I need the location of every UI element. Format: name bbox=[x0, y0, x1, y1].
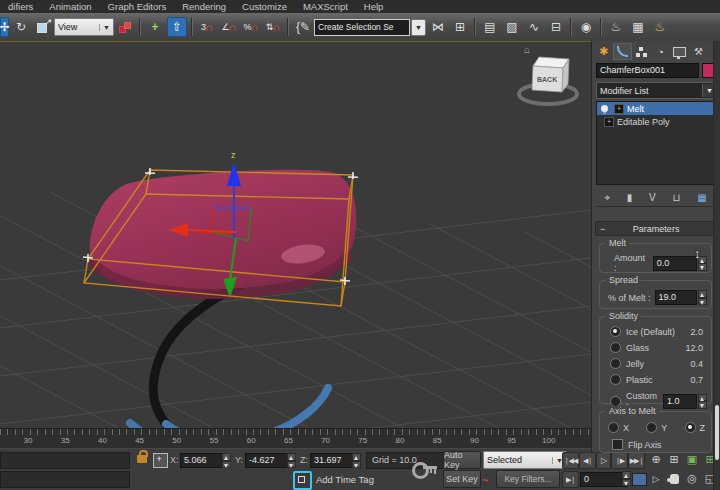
configure-modifier-sets-icon[interactable]: ▦ bbox=[697, 192, 706, 203]
radio-x[interactable] bbox=[608, 422, 619, 433]
menu-graph-editors[interactable]: Graph Editors bbox=[100, 1, 175, 12]
lightbulb-icon[interactable] bbox=[601, 105, 608, 112]
named-selection-set-field[interactable]: Create Selection Se bbox=[314, 19, 410, 36]
custom-field[interactable]: 1.0 bbox=[663, 394, 697, 409]
named-selection-dropdown-icon[interactable]: ▼ bbox=[411, 19, 426, 36]
keyboard-override-toggle-icon[interactable]: ⇧ bbox=[167, 17, 187, 37]
remove-modifier-icon[interactable]: ⊔ bbox=[673, 192, 681, 203]
stack-item-editable-poly[interactable]: + Editable Poly bbox=[597, 115, 714, 128]
chamferbox-object[interactable] bbox=[90, 170, 357, 291]
schematic-view-icon[interactable]: ⊟ bbox=[546, 17, 566, 37]
radio-ice[interactable] bbox=[610, 326, 621, 337]
play-button[interactable]: ▷ bbox=[596, 452, 611, 469]
go-to-start-button[interactable]: ❘◀◀ bbox=[562, 452, 579, 469]
radio-custom[interactable] bbox=[610, 396, 621, 407]
expand-icon[interactable]: + bbox=[604, 117, 614, 127]
zoom-extents-icon[interactable]: ▣ bbox=[684, 452, 700, 467]
tab-modify[interactable] bbox=[613, 43, 632, 60]
radio-plastic[interactable] bbox=[610, 374, 621, 385]
x-coord-field[interactable]: 5.066 bbox=[180, 453, 228, 468]
tab-hierarchy[interactable] bbox=[632, 43, 651, 60]
absolute-mode-icon[interactable] bbox=[153, 453, 168, 468]
select-and-manipulate-icon[interactable]: + bbox=[145, 17, 165, 37]
add-time-tag-button[interactable]: Add Time Tag bbox=[316, 474, 374, 485]
menu-customize[interactable]: Customize bbox=[234, 1, 295, 12]
next-frame-button[interactable]: ❘▶ bbox=[611, 452, 628, 469]
axis-z-option[interactable]: Z bbox=[685, 422, 706, 433]
parameters-rollout-header[interactable]: − Parameters bbox=[595, 221, 716, 236]
select-move-icon[interactable]: ✢ bbox=[0, 17, 9, 37]
use-pivot-center-icon[interactable] bbox=[115, 17, 135, 37]
radio-jelly[interactable] bbox=[610, 358, 621, 369]
spline-leg-blue[interactable] bbox=[166, 388, 328, 429]
amount-field[interactable]: 0.0 bbox=[653, 256, 698, 271]
edit-named-selection-sets-icon[interactable]: {✎ bbox=[293, 17, 313, 37]
field-of-view-icon[interactable]: ▷ bbox=[648, 471, 664, 486]
isolate-selection-icon[interactable] bbox=[293, 471, 312, 490]
align-tool-icon[interactable]: ⊞ bbox=[450, 17, 470, 37]
z-spinner[interactable] bbox=[352, 453, 361, 468]
set-keys-icon[interactable] bbox=[412, 459, 438, 477]
axis-x-option[interactable]: X bbox=[608, 422, 629, 433]
menu-modifiers[interactable]: difiers bbox=[0, 1, 41, 12]
render-setup-icon[interactable]: ♨ bbox=[606, 17, 626, 37]
material-editor-icon[interactable]: ◉ bbox=[576, 17, 596, 37]
scale-tool-icon[interactable]: ↗ bbox=[33, 17, 53, 37]
maxscript-listener-line1[interactable] bbox=[0, 452, 130, 469]
auto-key-button[interactable]: Auto Key bbox=[443, 451, 481, 469]
perspective-viewport[interactable]: z BACK ⌂ bbox=[0, 41, 591, 429]
render-production-icon[interactable]: ♨ bbox=[650, 17, 670, 37]
radio-z[interactable] bbox=[685, 422, 696, 433]
reference-coordinate-dropdown[interactable]: View ▼ bbox=[54, 18, 114, 36]
radio-glass[interactable] bbox=[610, 342, 621, 353]
angle-snap-icon[interactable]: ∠∩ bbox=[219, 17, 239, 37]
curve-editor-icon[interactable]: ∿ bbox=[524, 17, 544, 37]
default-in-tangent-icon[interactable]: ~ bbox=[482, 474, 488, 486]
current-frame-field[interactable]: 0 bbox=[580, 472, 628, 487]
custom-spinner[interactable] bbox=[698, 394, 707, 409]
object-name-field[interactable]: ChamferBox001 bbox=[596, 63, 699, 78]
menu-rendering[interactable]: Rendering bbox=[174, 1, 234, 12]
make-unique-icon[interactable]: V bbox=[649, 192, 656, 203]
z-coord-field[interactable]: 31.697 bbox=[310, 453, 358, 468]
rendered-frame-window-icon[interactable]: ▦ bbox=[628, 17, 648, 37]
pin-stack-icon[interactable]: ⌖ bbox=[604, 192, 610, 204]
tab-display[interactable] bbox=[670, 43, 689, 60]
percent-spinner[interactable] bbox=[698, 290, 707, 305]
spinner-snap-icon[interactable]: ⇅∩ bbox=[263, 17, 283, 37]
menu-help[interactable]: Help bbox=[356, 1, 392, 12]
key-mode-toggle[interactable]: ▶❘ bbox=[562, 471, 579, 488]
time-configuration-icon[interactable] bbox=[632, 473, 647, 486]
modifier-list-dropdown[interactable]: Modifier List ▼ bbox=[596, 82, 717, 99]
menu-animation[interactable]: Animation bbox=[41, 1, 99, 12]
rotate-tool-icon[interactable]: ↻ bbox=[11, 17, 31, 37]
menu-maxscript[interactable]: MAXScript bbox=[295, 1, 356, 12]
scene-explorer-icon[interactable]: ▨ bbox=[502, 17, 522, 37]
tab-utilities[interactable]: ⚒ bbox=[689, 43, 708, 60]
stack-item-melt[interactable]: + Melt bbox=[597, 102, 714, 115]
x-spinner[interactable] bbox=[222, 453, 231, 468]
show-end-result-icon[interactable]: ▮ bbox=[627, 192, 633, 203]
panel-scrollbar[interactable] bbox=[713, 41, 720, 490]
maxscript-listener-line2[interactable] bbox=[0, 471, 130, 488]
previous-frame-button[interactable]: ◀❘ bbox=[579, 452, 596, 469]
percent-of-melt-field[interactable]: 19.0 bbox=[655, 290, 697, 305]
timeline-ruler[interactable]: 3035404550556065707580859095100 bbox=[0, 428, 591, 449]
radio-y[interactable] bbox=[646, 422, 657, 433]
panel-scrollbar-thumb[interactable] bbox=[715, 405, 719, 460]
frame-spinner[interactable] bbox=[622, 471, 631, 486]
y-coord-field[interactable]: -4.627 bbox=[245, 453, 293, 468]
y-spinner[interactable] bbox=[287, 453, 296, 468]
orbit-icon[interactable]: ◎ bbox=[684, 471, 700, 486]
set-key-button[interactable]: Set Key bbox=[443, 470, 481, 488]
viewcube-home-icon[interactable]: ⌂ bbox=[524, 44, 530, 55]
pan-hand-icon[interactable] bbox=[670, 474, 679, 484]
viewcube[interactable]: BACK bbox=[519, 57, 577, 104]
tab-create[interactable]: ✱ bbox=[594, 43, 613, 60]
selection-filter-dropdown[interactable]: Selected ▼ bbox=[483, 451, 567, 469]
zoom-icon[interactable]: ⊕ bbox=[648, 452, 664, 467]
mirror-tool-icon[interactable]: ⋈ bbox=[428, 17, 448, 37]
layer-manager-icon[interactable]: ▤ bbox=[480, 17, 500, 37]
selection-lock-icon[interactable] bbox=[137, 455, 147, 463]
key-filters-button[interactable]: Key Filters... bbox=[496, 470, 560, 488]
